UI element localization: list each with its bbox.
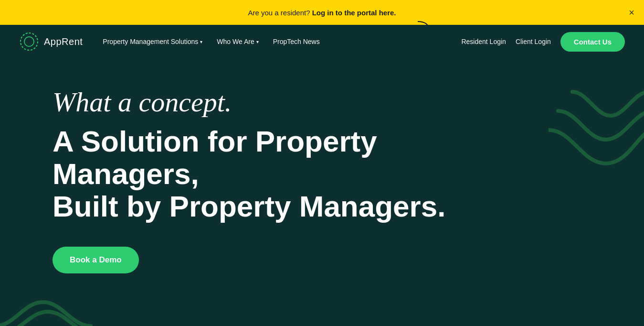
logo-icon [19,32,39,52]
svg-point-1 [21,33,38,50]
nav-who-we-are[interactable]: Who We Are ▾ [211,34,264,49]
banner-close-button[interactable]: × [629,8,634,17]
navbar: AppRent Property Management Solutions ▾ … [0,25,644,58]
nav-proptech-news[interactable]: PropTech News [267,34,326,49]
logo-link[interactable]: AppRent [19,32,83,52]
deco-wave-top-right [549,87,644,183]
logo-text: AppRent [44,36,83,47]
client-login-link[interactable]: Client Login [516,38,551,45]
chevron-down-icon: ▾ [200,39,202,44]
hero-tagline: What a concept. [53,87,606,118]
nav-property-management[interactable]: Property Management Solutions ▾ [97,34,208,49]
chevron-down-icon: ▾ [256,39,259,44]
top-banner: Are you a resident? Log in to the portal… [0,0,644,25]
book-demo-button[interactable]: Book a Demo [53,247,139,273]
hero-headline: A Solution for Property Managers, Built … [53,125,482,223]
deco-wave-bottom-left [0,288,95,326]
contact-us-button[interactable]: Contact Us [560,32,625,52]
hero-section: What a concept. A Solution for Property … [0,58,644,326]
banner-link[interactable]: Log in to the portal here. [312,9,396,17]
svg-point-2 [24,37,34,46]
nav-links: Property Management Solutions ▾ Who We A… [97,34,461,49]
banner-text: Are you a resident? Log in to the portal… [248,9,396,17]
nav-right: Resident Login Client Login Contact Us [461,32,625,52]
resident-login-link[interactable]: Resident Login [461,38,506,45]
